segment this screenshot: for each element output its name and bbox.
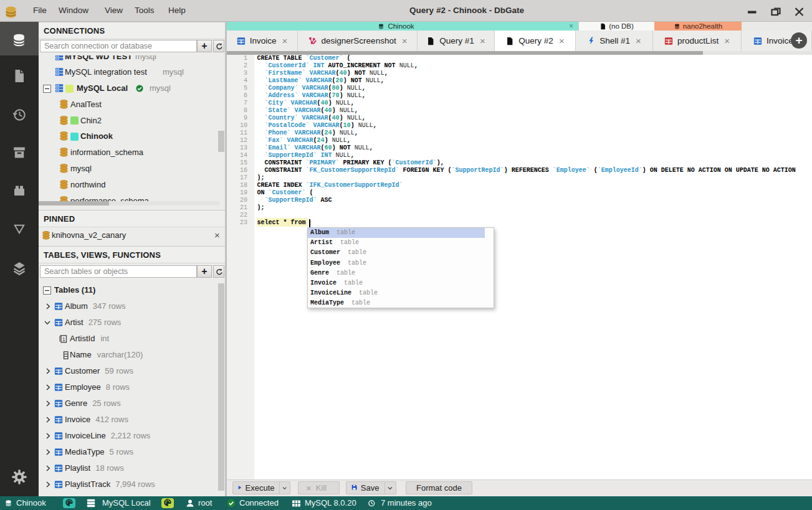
- svg-text:1: 1: [62, 336, 65, 342]
